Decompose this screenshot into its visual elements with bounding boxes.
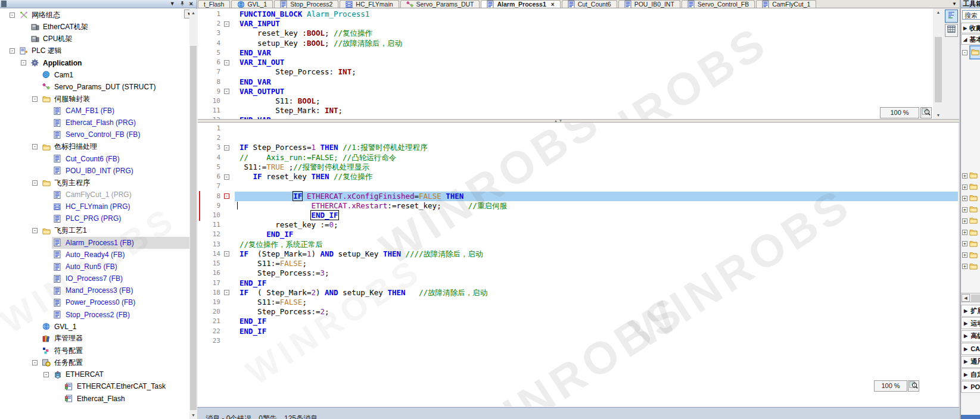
tree-item[interactable]: Cut_Count6 (FB) bbox=[0, 153, 189, 165]
code-line[interactable]: 8- IF ETHERCAT.xConfigFinished=FALSE THE… bbox=[198, 192, 958, 201]
code-line[interactable]: 21END_IF bbox=[198, 317, 958, 326]
body-zoom-level[interactable]: 100 % bbox=[874, 380, 907, 392]
code-line[interactable]: 4 setup_Key :BOOL; //故障清除后，启动 bbox=[198, 39, 933, 48]
breakpoint-margin[interactable] bbox=[198, 153, 204, 162]
code-line[interactable]: 6-VAR_IN_OUT bbox=[198, 58, 933, 67]
tree-item[interactable]: Cam1 bbox=[0, 69, 189, 81]
tree-item[interactable]: Ethercat_Flash (PRG) bbox=[0, 117, 189, 129]
tree-item[interactable]: Alarm_Process1 (FB) bbox=[0, 237, 189, 249]
toolbox-folder[interactable]: + bbox=[962, 204, 978, 215]
code-line[interactable]: 7 Step_Porcess: INT; bbox=[198, 67, 933, 77]
expander-icon[interactable]: - bbox=[32, 360, 38, 365]
tab-HC_FLYmain[interactable]: HC_FLYmain bbox=[340, 0, 399, 8]
tab-Stop_Process2[interactable]: Stop_Process2 bbox=[274, 0, 338, 8]
breakpoint-margin[interactable] bbox=[198, 10, 204, 19]
fold-toggle-icon[interactable]: - bbox=[224, 174, 229, 180]
zoom-magnifier-button[interactable] bbox=[908, 380, 919, 392]
scroll-left-icon[interactable]: ◀ bbox=[962, 294, 970, 302]
code-line[interactable]: 14-IF (Step_Mark=1) AND setup_Key THEN /… bbox=[198, 249, 958, 259]
breakpoint-margin[interactable] bbox=[198, 77, 204, 87]
toolbox-category[interactable]: ▶扩展 bbox=[961, 305, 980, 317]
code-line[interactable]: 9-VAR_OUTPUT bbox=[198, 87, 933, 96]
code-line[interactable]: 5 S11:=TRUE ;//报警时停机处理显示 bbox=[198, 162, 958, 172]
toolbox-folder[interactable]: + bbox=[962, 261, 978, 272]
expander-icon[interactable]: + bbox=[962, 207, 967, 212]
table-view-button[interactable] bbox=[945, 24, 958, 37]
breakpoint-margin[interactable] bbox=[198, 39, 204, 48]
tree-item[interactable]: -色标扫描处理 bbox=[0, 141, 189, 153]
tab-Alarm_Process1[interactable]: Alarm_Process1× bbox=[481, 0, 560, 8]
breakpoint-margin[interactable] bbox=[198, 336, 204, 346]
expander-icon[interactable]: + bbox=[962, 230, 967, 235]
tree-item[interactable]: -网络组态 bbox=[0, 9, 189, 21]
expander-icon[interactable]: + bbox=[962, 241, 967, 246]
breakpoint-margin[interactable] bbox=[198, 58, 204, 67]
code-line[interactable]: 11 reset_key :=0; bbox=[198, 220, 958, 230]
tree-item[interactable]: -任务配置 bbox=[0, 357, 189, 368]
toolbox-folder[interactable]: + bbox=[962, 193, 978, 204]
tree-item[interactable]: -飞剪主程序 bbox=[0, 177, 189, 189]
code-line[interactable]: 16 Step_Porcess:=3; bbox=[198, 268, 958, 278]
tree-item[interactable]: Stop_Process2 (FB) bbox=[0, 309, 189, 321]
toolbox-category[interactable]: ▶高级 bbox=[961, 330, 980, 342]
tree-item[interactable]: 库管理器 bbox=[0, 333, 189, 345]
tree-item[interactable]: POU_IB0_INT (PRG) bbox=[0, 165, 189, 177]
fold-toggle-icon[interactable]: - bbox=[224, 251, 229, 257]
tree-item[interactable]: -PLC 逻辑 bbox=[0, 45, 189, 57]
code-line[interactable]: 6- IF reset_key THEN //复位操作 bbox=[198, 172, 958, 182]
tree-item[interactable]: EtherCAT机架 bbox=[0, 21, 189, 33]
declaration-editor[interactable]: 1FUNCTION_BLOCK Alarm_Process12-VAR_INPU… bbox=[198, 8, 933, 119]
expander-icon[interactable]: + bbox=[962, 218, 967, 224]
code-line[interactable]: 3-IF Step_Porcess=1 THEN //1:报警时停机处理程序 bbox=[198, 143, 958, 152]
close-icon[interactable]: × bbox=[189, 1, 193, 7]
close-icon[interactable]: × bbox=[551, 1, 555, 8]
declaration-scrollbar[interactable]: ▲ ▼ bbox=[934, 8, 942, 119]
toolbox-folder[interactable]: + bbox=[962, 215, 978, 226]
declaration-zoom-level[interactable]: 100 % bbox=[880, 107, 919, 118]
breakpoint-margin[interactable] bbox=[198, 230, 204, 239]
breakpoint-margin[interactable] bbox=[198, 172, 204, 182]
expander-icon[interactable]: + bbox=[962, 196, 967, 201]
breakpoint-margin[interactable] bbox=[198, 307, 204, 317]
code-line[interactable]: 19 S11:=FALSE; bbox=[198, 298, 958, 307]
breakpoint-margin[interactable] bbox=[198, 240, 204, 249]
toolbox-category[interactable]: ▶自定义 bbox=[961, 368, 980, 380]
tree-item[interactable]: IO_Process7 (FB) bbox=[0, 273, 189, 284]
tree-item[interactable]: 符号配置 bbox=[0, 345, 189, 357]
toolbox-hscrollbar[interactable]: ◀ bbox=[961, 293, 980, 302]
tree-item[interactable]: Servo_Params_DUT (STRUCT) bbox=[0, 81, 189, 93]
code-line[interactable]: 7 bbox=[198, 182, 958, 191]
code-line[interactable]: 2-VAR_INPUT bbox=[198, 19, 933, 29]
scroll-up-icon[interactable]: ▲ bbox=[934, 8, 942, 16]
tree-item[interactable]: PLC_PRG (PRG) bbox=[0, 212, 189, 224]
scroll-down-icon[interactable]: ▼ bbox=[934, 111, 942, 119]
code-line[interactable]: 9 ETHERCAT.xRestart:=reset_key; //重启伺服 bbox=[198, 201, 958, 211]
tree-scrollbar[interactable]: ▲ ▼ bbox=[189, 9, 197, 419]
tree-item[interactable]: ETHERCAT.EtherCAT_Task bbox=[0, 380, 189, 392]
expander-icon[interactable]: - bbox=[10, 48, 15, 54]
fold-toggle-icon[interactable]: - bbox=[224, 145, 229, 151]
expander-icon[interactable]: + bbox=[962, 185, 967, 190]
zoom-magnifier-button[interactable] bbox=[920, 107, 932, 118]
code-line[interactable]: 22END_IF bbox=[198, 327, 958, 336]
breakpoint-margin[interactable] bbox=[198, 298, 204, 307]
scroll-thumb[interactable] bbox=[971, 295, 980, 302]
tab-Cut_Count6[interactable]: Cut_Count6 bbox=[562, 0, 617, 8]
expander-icon[interactable]: - bbox=[32, 96, 38, 102]
fold-toggle-icon[interactable]: - bbox=[224, 89, 229, 94]
tab-GVL_1[interactable]: GVL_1 bbox=[231, 0, 273, 8]
toolbox-folder[interactable]: + bbox=[962, 170, 978, 181]
tab-Servo_Params_DUT[interactable]: Servo_Params_DUT bbox=[400, 0, 480, 8]
expander-icon[interactable]: + bbox=[962, 173, 967, 179]
tree-item[interactable]: Servo_Control_FB (FB) bbox=[0, 129, 189, 140]
expander-icon[interactable]: - bbox=[43, 372, 49, 377]
tree-item[interactable]: CPU机架 bbox=[0, 33, 189, 45]
toolbox-folder[interactable]: + bbox=[962, 182, 978, 192]
expander-icon[interactable]: - bbox=[21, 60, 26, 65]
tree-item[interactable]: Auto_Run5 (FB) bbox=[0, 261, 189, 273]
breakpoint-margin[interactable] bbox=[198, 106, 204, 115]
tree-item[interactable]: CAM_FB1 (FB) bbox=[0, 105, 189, 117]
breakpoint-margin[interactable] bbox=[198, 259, 204, 268]
fold-toggle-icon[interactable]: - bbox=[224, 21, 229, 27]
code-line[interactable]: 1 bbox=[198, 124, 958, 133]
